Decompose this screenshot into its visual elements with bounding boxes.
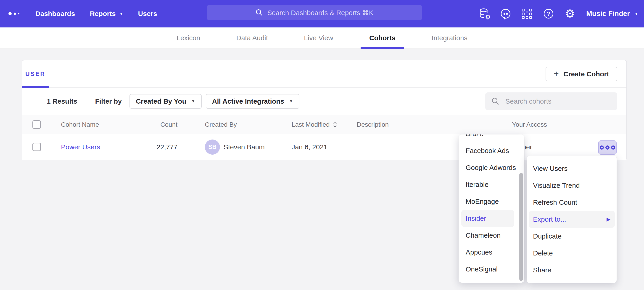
nav-item-label: Dashboards [36,10,75,18]
table-header: Cohort Name Count Created By Last Modifi… [22,115,626,134]
menu-item-label: MoEngage [466,198,499,205]
settings-gear-icon[interactable]: ⚙ [564,8,576,19]
tab-label: Integrations [432,34,468,42]
scrollbar-thumb[interactable] [519,173,523,281]
menu-item-refresh-count[interactable]: Refresh Count [529,194,615,211]
menu-item-label: Refresh Count [533,199,577,206]
tab-cohorts[interactable]: Cohorts [360,27,404,49]
menu-item-label: Visualize Trend [533,182,580,189]
section-tabbar: Lexicon Data Audit Live View Cohorts Int… [0,28,644,49]
created-by-name: Steven Baum [224,143,265,151]
menu-item-view-users[interactable]: View Users [529,160,615,177]
menu-item-visualize-trend[interactable]: Visualize Trend [529,177,615,194]
avatar: SB [205,139,220,155]
gear-icon: ⚙ [485,14,491,21]
menu-item-label: OneSignal [466,265,498,273]
menu-item-label: Delete [533,249,553,257]
column-header-count[interactable]: Count [160,121,178,128]
feedback-icon[interactable] [500,8,511,19]
data-connections-icon[interactable]: ⚙ [479,8,490,19]
menu-item-insider[interactable]: Insider [461,210,514,227]
menu-item-onesignal[interactable]: OneSignal [461,261,514,278]
more-options-icon [611,146,615,150]
nav-item-reports[interactable]: Reports ▼ [90,10,123,18]
dropdown-value: All Active Integrations [212,97,284,105]
cohort-search-input[interactable] [485,92,617,110]
created-by-filter-dropdown[interactable]: Created By You ▼ [130,94,202,109]
export-destinations-menu: Braze Facebook Ads Google Adwords Iterab… [458,134,524,283]
more-options-icon [600,146,604,150]
menu-item-label: Duplicate [533,232,562,240]
menu-item-label: Facebook Ads [466,147,509,155]
nav-item-dashboards[interactable]: Dashboards [36,10,75,18]
menu-item-share[interactable]: Share [529,262,615,278]
last-modified-date: Jan 6, 2021 [292,143,328,151]
filter-by-label: Filter by [95,97,122,105]
cohort-count: 22,777 [156,143,178,151]
menu-item-delete[interactable]: Delete [529,245,615,262]
nav-item-label: Users [138,10,157,18]
nav-item-users[interactable]: Users [138,10,157,18]
global-search-button[interactable]: Search Dashboards & Reports ⌘K [207,5,422,20]
cohort-context-menu: View Users Visualize Trend Refresh Count… [527,156,616,283]
search-icon [255,9,263,17]
tab-data-audit[interactable]: Data Audit [228,27,276,49]
menu-item-label: Chameleon [466,231,500,239]
cohort-search [485,92,617,110]
chevron-down-icon: ▼ [634,12,638,16]
create-cohort-button[interactable]: + Create Cohort [546,67,617,81]
tab-label: USER [25,70,46,78]
menu-item-export-to[interactable]: Export to... ▶ [529,211,615,228]
nav-item-label: Reports [90,10,116,18]
menu-item-chameleon[interactable]: Chameleon [461,227,514,244]
tab-user-cohorts[interactable]: USER [22,60,49,88]
menu-item-label: Google Adwords [466,164,516,172]
cohort-name-link[interactable]: Power Users [61,143,100,151]
cohort-type-tabs: USER + Create Cohort [22,60,626,88]
menu-item-duplicate[interactable]: Duplicate [529,228,615,245]
column-header-description[interactable]: Description [357,121,389,128]
mixpanel-logo-icon[interactable] [8,12,20,15]
column-header-your-access[interactable]: Your Access [512,121,547,128]
tab-integrations[interactable]: Integrations [423,27,476,49]
row-more-options-button[interactable] [598,140,616,155]
more-options-icon [606,146,610,150]
column-header-cohort-name[interactable]: Cohort Name [61,121,99,128]
active-tab-underline [360,47,404,49]
select-all-checkbox[interactable] [32,120,41,129]
menu-item-label: Insider [466,215,486,222]
chevron-down-icon: ▼ [191,99,195,103]
menu-item-appcues[interactable]: Appcues [461,244,514,261]
tab-label: Live View [304,34,333,42]
dropdown-value: Created By You [136,97,186,105]
global-search-placeholder: Search Dashboards & Reports ⌘K [267,9,374,17]
tab-live-view[interactable]: Live View [295,27,342,49]
create-cohort-label: Create Cohort [564,70,609,78]
chevron-down-icon: ▼ [120,12,123,16]
menu-item-facebook-ads[interactable]: Facebook Ads [461,142,514,159]
column-header-last-modified[interactable]: Last Modified [292,121,330,128]
menu-item-iterable[interactable]: Iterable [461,176,514,193]
project-name: Music Finder [586,10,630,18]
menu-item-google-adwords[interactable]: Google Adwords [461,159,514,176]
sort-icon[interactable] [333,122,337,127]
menu-item-moengage[interactable]: MoEngage [461,193,514,210]
help-icon[interactable]: ? [543,8,554,19]
tab-label: Lexicon [176,34,200,42]
column-header-created-by[interactable]: Created By [205,121,237,128]
menu-item-label: Share [533,266,551,274]
project-selector[interactable]: Music Finder ▼ [586,10,638,18]
tab-lexicon[interactable]: Lexicon [168,27,209,49]
row-checkbox[interactable] [32,143,41,151]
menu-item-label: Export to... [533,215,566,223]
filter-row: 1 Results Filter by Created By You ▼ All… [22,88,626,115]
apps-grid-icon[interactable] [522,8,532,19]
menu-item-label: Braze [466,134,484,138]
menu-item-label: View Users [533,165,568,173]
menu-item-label: Appcues [466,248,492,256]
integrations-filter-dropdown[interactable]: All Active Integrations ▼ [206,94,300,109]
divider [86,96,86,107]
menu-item-braze[interactable]: Braze [461,134,514,142]
tab-label: Data Audit [236,34,268,42]
tab-label: Cohorts [369,34,396,42]
